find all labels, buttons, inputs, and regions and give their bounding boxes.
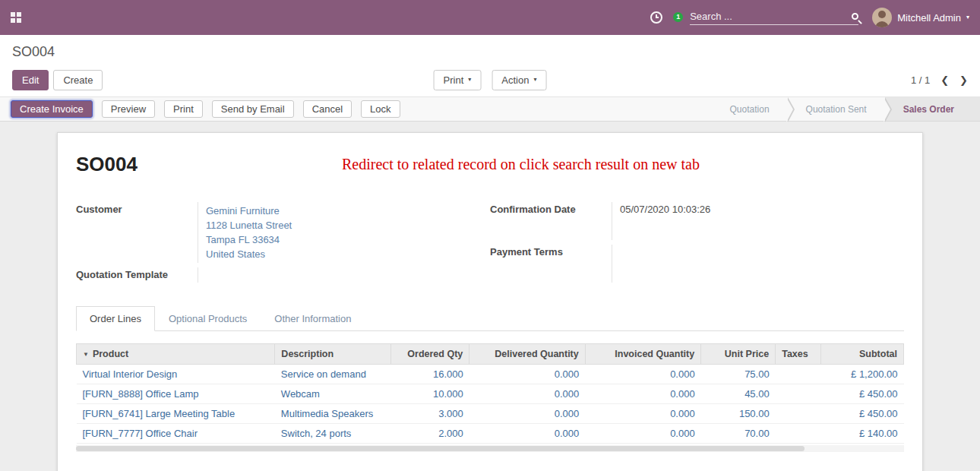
create-button[interactable]: Create xyxy=(53,70,103,90)
cell-invoiced-qty: 0.000 xyxy=(585,384,700,404)
quotation-template-value xyxy=(198,267,490,283)
column-ordered-qty[interactable]: Ordered Qty xyxy=(390,344,469,365)
payment-terms-value xyxy=(612,245,904,283)
breadcrumb: SO004 xyxy=(0,35,980,63)
activities-clock-icon[interactable] xyxy=(650,11,662,24)
user-menu[interactable]: Mitchell Admin ▾ xyxy=(872,8,969,27)
user-name: Mitchell Admin xyxy=(897,12,961,24)
column-product-label: Product xyxy=(93,349,128,359)
send-by-email-button[interactable]: Send by Email xyxy=(212,100,294,118)
action-dropdown[interactable]: Action ▾ xyxy=(492,70,546,90)
chevron-down-icon: ▾ xyxy=(468,77,471,83)
customer-city: Tampa FL 33634 xyxy=(206,232,490,247)
cell-ordered-qty: 10.000 xyxy=(390,384,469,404)
message-count-badge: 1 xyxy=(673,12,683,22)
chevron-down-icon: ▾ xyxy=(533,77,536,83)
cell-taxes xyxy=(776,384,821,404)
cell-subtotal: £ 1,200.00 xyxy=(821,365,904,384)
column-description[interactable]: Description xyxy=(275,344,390,365)
cell-description: Switch, 24 ports xyxy=(275,424,390,444)
print-dropdown[interactable]: Print ▾ xyxy=(434,70,482,90)
column-taxes[interactable]: Taxes xyxy=(776,344,821,365)
cell-product: [FURN_8888] Office Lamp xyxy=(77,384,275,404)
breadcrumb-title: SO004 xyxy=(12,44,968,60)
avatar xyxy=(872,8,892,27)
form-view: SO004 Redirect to related record on clic… xyxy=(0,122,980,471)
cell-invoiced-qty: 0.000 xyxy=(585,365,700,384)
cell-delivered-qty: 0.000 xyxy=(469,404,585,424)
print-button[interactable]: Print xyxy=(164,100,203,118)
cell-subtotal: £ 140.00 xyxy=(821,424,904,444)
sort-desc-icon: ▼ xyxy=(83,351,89,358)
pager-prev-icon[interactable]: ❮ xyxy=(940,74,949,86)
left-field-group: Customer Gemini Furniture 1128 Lunetta S… xyxy=(76,202,490,283)
cell-taxes xyxy=(776,424,821,444)
cell-invoiced-qty: 0.000 xyxy=(585,404,700,424)
cell-unit-price: 150.00 xyxy=(701,404,776,424)
table-header-row: ▼Product Description Ordered Qty Deliver… xyxy=(77,344,904,365)
cell-ordered-qty: 16.000 xyxy=(390,365,469,384)
pager-count: 1 / 1 xyxy=(911,74,930,86)
customer-label: Customer xyxy=(76,202,198,263)
quotation-template-label: Quotation Template xyxy=(76,267,198,283)
state-quotation[interactable]: Quotation xyxy=(712,97,788,121)
cell-product: [FURN_7777] Office Chair xyxy=(77,424,275,444)
cell-taxes xyxy=(776,404,821,424)
customer-country: United States xyxy=(206,247,490,261)
lock-button[interactable]: Lock xyxy=(361,100,400,118)
cell-taxes xyxy=(776,365,821,384)
cell-delivered-qty: 0.000 xyxy=(469,384,585,404)
cell-description: Multimedia Speakers xyxy=(275,404,390,424)
table-row[interactable]: Virtual Interior Design Service on deman… xyxy=(77,365,904,384)
state-sales-order[interactable]: Sales Order xyxy=(885,97,980,121)
table-row[interactable]: [FURN_8888] Office Lamp Webcam 10.000 0.… xyxy=(77,384,904,404)
tab-optional-products[interactable]: Optional Products xyxy=(155,306,261,331)
cell-invoiced-qty: 0.000 xyxy=(585,424,700,444)
cell-ordered-qty: 3.000 xyxy=(390,404,469,424)
totals-block: Untaxed Amount: £ 2,240.00 xyxy=(729,467,904,471)
status-pipeline: Quotation Quotation Sent Sales Order xyxy=(712,97,980,121)
cell-unit-price: 70.00 xyxy=(701,424,776,444)
search-icon[interactable] xyxy=(852,13,858,20)
tab-other-information[interactable]: Other Information xyxy=(261,306,365,331)
apps-menu-icon[interactable] xyxy=(11,12,21,23)
chevron-down-icon: ▾ xyxy=(966,14,969,21)
confirmation-date-label: Confirmation Date xyxy=(490,202,612,240)
global-search xyxy=(690,11,858,25)
cell-product: Virtual Interior Design xyxy=(77,365,275,384)
cell-description: Webcam xyxy=(275,384,390,404)
cell-unit-price: 75.00 xyxy=(701,365,776,384)
scrollbar-thumb[interactable] xyxy=(76,446,805,451)
horizontal-scrollbar xyxy=(76,445,904,452)
state-quotation-sent[interactable]: Quotation Sent xyxy=(788,97,885,121)
column-invoiced-qty[interactable]: Invoiced Quantity xyxy=(585,344,700,365)
edit-button[interactable]: Edit xyxy=(12,70,49,90)
column-delivered-qty[interactable]: Delivered Quantity xyxy=(469,344,585,365)
column-subtotal[interactable]: Subtotal xyxy=(821,344,904,365)
cell-subtotal: £ 450.00 xyxy=(821,404,904,424)
action-label: Action xyxy=(501,74,529,86)
cancel-button[interactable]: Cancel xyxy=(303,100,352,118)
control-panel: Edit Create Print ▾ Action ▾ 1 / 1 ❮ ❯ xyxy=(0,63,980,96)
customer-value: Gemini Furniture 1128 Lunetta Street Tam… xyxy=(198,202,490,263)
cell-delivered-qty: 0.000 xyxy=(469,365,585,384)
cell-product: [FURN_6741] Large Meeting Table xyxy=(77,404,275,424)
pager-next-icon[interactable]: ❯ xyxy=(959,74,968,86)
customer-name-link[interactable]: Gemini Furniture xyxy=(206,204,490,218)
column-product[interactable]: ▼Product xyxy=(77,344,275,365)
column-unit-price[interactable]: Unit Price xyxy=(701,344,776,365)
cell-subtotal: £ 450.00 xyxy=(821,384,904,404)
preview-button[interactable]: Preview xyxy=(102,100,155,118)
red-annotation-text: Redirect to related record on click sear… xyxy=(138,153,904,173)
search-input[interactable] xyxy=(690,11,852,22)
table-row[interactable]: [FURN_7777] Office Chair Switch, 24 port… xyxy=(77,424,904,444)
right-field-group: Confirmation Date 05/07/2020 10:03:26 Pa… xyxy=(490,202,904,283)
top-navbar: 1 Mitchell Admin ▾ xyxy=(0,0,980,35)
statusbar: Create Invoice Preview Print Send by Ema… xyxy=(0,96,980,122)
cell-delivered-qty: 0.000 xyxy=(469,424,585,444)
table-row[interactable]: [FURN_6741] Large Meeting Table Multimed… xyxy=(77,404,904,424)
tab-order-lines[interactable]: Order Lines xyxy=(76,306,155,331)
notebook-tabs: Order Lines Optional Products Other Info… xyxy=(76,305,904,331)
order-lines-table: ▼Product Description Ordered Qty Deliver… xyxy=(76,343,904,444)
create-invoice-button[interactable]: Create Invoice xyxy=(11,100,93,118)
